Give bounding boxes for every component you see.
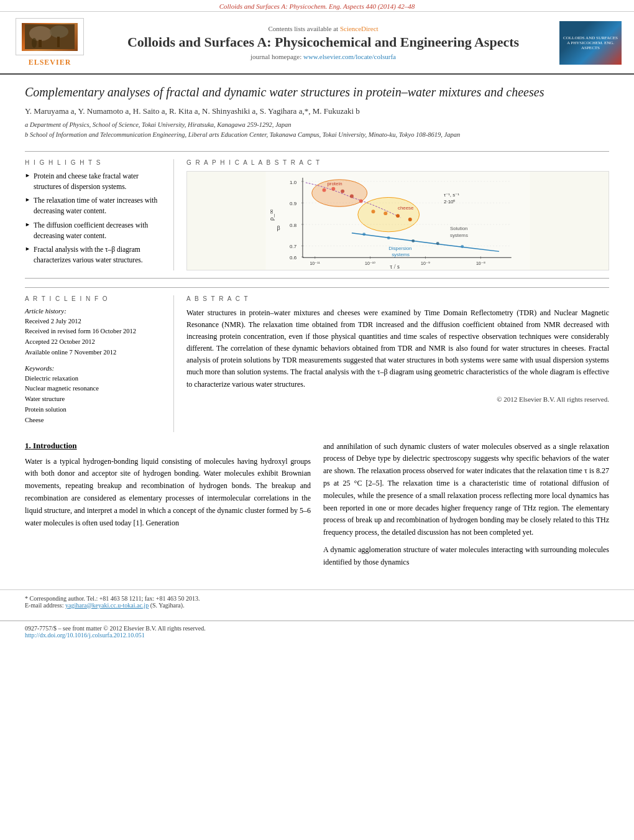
journal-citation: Colloids and Surfaces A: Physicochem. En… bbox=[219, 2, 415, 10]
journal-title-center: Contents lists available at ScienceDirec… bbox=[87, 25, 559, 60]
logo-box bbox=[16, 18, 84, 55]
abstract-text: Water structures in protein–water mixtur… bbox=[186, 307, 609, 390]
svg-text:0.8: 0.8 bbox=[290, 222, 297, 228]
article-title: Complementary analyses of fractal and dy… bbox=[25, 84, 609, 100]
keyword-4: Protein solution bbox=[25, 405, 164, 415]
svg-point-49 bbox=[372, 210, 375, 213]
svg-text:10⁻¹⁰: 10⁻¹⁰ bbox=[365, 261, 375, 265]
accepted-date: Accepted 22 October 2012 bbox=[25, 337, 164, 348]
svg-text:systems: systems bbox=[450, 232, 468, 238]
svg-text:Solution: Solution bbox=[450, 225, 468, 231]
page-footer: 0927-7757/$ – see front matter © 2012 El… bbox=[0, 621, 634, 639]
svg-point-45 bbox=[331, 187, 335, 190]
svg-point-57 bbox=[461, 245, 464, 248]
elsevier-wordmark: ELSEVIER bbox=[29, 58, 71, 67]
elsevier-tree-img bbox=[22, 23, 78, 51]
keywords-group: Keywords: Dielectric relaxation Nuclear … bbox=[25, 364, 164, 426]
svg-point-46 bbox=[341, 189, 344, 193]
journal-header: ELSEVIER Contents lists available at Sci… bbox=[0, 12, 634, 75]
affiliation-a: a Department of Physics, School of Scien… bbox=[25, 120, 609, 130]
body-right-column: and annihilation of such dynamic cluster… bbox=[323, 441, 609, 574]
intro-paragraph-2: and annihilation of such dynamic cluster… bbox=[323, 441, 609, 539]
svg-point-50 bbox=[384, 211, 387, 215]
article-history: Article history: Received 2 July 2012 Re… bbox=[25, 307, 164, 358]
body-left-column: 1. Introduction Water is a typical hydro… bbox=[25, 441, 311, 574]
article-info-column: A R T I C L E I N F O Article history: R… bbox=[25, 295, 174, 432]
affiliations: a Department of Physics, School of Scien… bbox=[25, 120, 609, 140]
svg-text:τ⁻¹, s⁻¹: τ⁻¹, s⁻¹ bbox=[444, 192, 459, 197]
journal-homepage: journal homepage: www.elsevier.com/locat… bbox=[96, 53, 550, 60]
received-date: Received 2 July 2012 bbox=[25, 316, 164, 327]
svg-rect-3 bbox=[39, 40, 42, 47]
svg-text:τ / s: τ / s bbox=[390, 263, 400, 270]
svg-text:10⁻⁹: 10⁻⁹ bbox=[421, 261, 430, 265]
svg-point-52 bbox=[408, 218, 412, 221]
highlight-item-1: Protein and cheese take fractal water st… bbox=[25, 171, 164, 193]
svg-point-47 bbox=[350, 194, 354, 198]
footnote-email-link[interactable]: yagihara@keyaki.cc.u-tokai.ac.jp bbox=[65, 602, 149, 609]
highlights-label: H I G H L I G H T S bbox=[25, 159, 164, 166]
svg-point-5 bbox=[32, 38, 37, 48]
svg-point-1 bbox=[29, 26, 52, 41]
highlights-list: Protein and cheese take fractal water st… bbox=[25, 171, 164, 266]
svg-text:0.7: 0.7 bbox=[290, 244, 296, 249]
keyword-3: Water structure bbox=[25, 394, 164, 405]
footer-doi: http://dx.doi.org/10.1016/j.colsurfa.201… bbox=[25, 632, 609, 639]
svg-text:Dispersion: Dispersion bbox=[388, 246, 411, 251]
keyword-2: Nuclear magnetic resonance bbox=[25, 384, 164, 394]
main-content: Complementary analyses of fractal and dy… bbox=[0, 75, 634, 583]
svg-text:systems: systems bbox=[392, 252, 410, 257]
keyword-1: Dielectric relaxation bbox=[25, 374, 164, 384]
copyright-line: © 2012 Elsevier B.V. All rights reserved… bbox=[186, 395, 609, 403]
graphical-abstract-label: G R A P H I C A L A B S T R A C T bbox=[186, 159, 609, 166]
svg-point-44 bbox=[323, 188, 326, 192]
svg-point-48 bbox=[359, 199, 363, 203]
footnote-email-person: (S. Yagihara). bbox=[150, 602, 185, 609]
svg-text:0.9: 0.9 bbox=[290, 201, 297, 206]
svg-text:2·10⁶: 2·10⁶ bbox=[444, 199, 455, 205]
svg-text:protein: protein bbox=[327, 180, 342, 186]
contents-available: Contents lists available at ScienceDirec… bbox=[96, 25, 550, 32]
graphical-abstract-column: G R A P H I C A L A B S T R A C T ρ_∞ β bbox=[186, 159, 609, 270]
svg-text:0.6: 0.6 bbox=[290, 255, 297, 261]
highlight-item-4: Fractal analysis with the τ–β diagram ch… bbox=[25, 244, 164, 266]
svg-rect-4 bbox=[57, 37, 60, 47]
available-date: Available online 7 November 2012 bbox=[25, 348, 164, 358]
affiliation-b: b School of Information and Telecommunic… bbox=[25, 130, 609, 140]
highlight-item-2: The relaxation time of water increases w… bbox=[25, 195, 164, 217]
keyword-5: Cheese bbox=[25, 415, 164, 426]
elsevier-logo: ELSEVIER bbox=[12, 18, 87, 67]
abstract-label: A B S T R A C T bbox=[186, 295, 609, 302]
svg-text:β: β bbox=[277, 224, 280, 231]
svg-point-56 bbox=[436, 242, 439, 245]
keywords-label: Keywords: bbox=[25, 364, 164, 372]
highlights-graphical-section: H I G H L I G H T S Protein and cheese t… bbox=[25, 151, 609, 279]
journal-name: Colloids and Surfaces A: Physicochemical… bbox=[96, 34, 550, 50]
intro-paragraph-1: Water is a typical hydrogen-bonding liqu… bbox=[25, 456, 311, 530]
doi-link[interactable]: http://dx.doi.org/10.1016/j.colsurfa.201… bbox=[25, 632, 145, 639]
introduction-section: 1. Introduction Water is a typical hydro… bbox=[25, 441, 609, 574]
journal-cover-thumb: COLLOIDS AND SURFACES A PHYSICOCHEM. ENG… bbox=[559, 21, 622, 65]
journal-citation-bar: Colloids and Surfaces A: Physicochem. En… bbox=[0, 0, 634, 12]
graphical-abstract-image: ρ_∞ β τ / s 1.0 0.9 0.8 0.7 0.6 bbox=[186, 171, 609, 270]
revised-date: Received in revised form 16 October 2012 bbox=[25, 326, 164, 337]
svg-point-55 bbox=[411, 239, 415, 242]
svg-text:cheese: cheese bbox=[398, 205, 414, 211]
svg-point-2 bbox=[50, 25, 68, 38]
footer-issn: 0927-7757/$ – see front matter © 2012 El… bbox=[25, 625, 609, 632]
abstract-column: A B S T R A C T Water structures in prot… bbox=[186, 295, 609, 432]
introduction-heading: 1. Introduction bbox=[25, 441, 311, 451]
authors-line: Y. Maruyama a, Y. Numamoto a, H. Saito a… bbox=[25, 106, 609, 116]
sciencedirect-link[interactable]: ScienceDirect bbox=[340, 25, 379, 32]
svg-point-54 bbox=[387, 236, 390, 239]
homepage-link[interactable]: www.elsevier.com/locate/colsurfa bbox=[303, 53, 396, 60]
svg-text:1.0: 1.0 bbox=[290, 179, 297, 185]
article-info-abstract-section: A R T I C L E I N F O Article history: R… bbox=[25, 287, 609, 432]
svg-text:10⁻¹¹: 10⁻¹¹ bbox=[310, 261, 321, 265]
article-info-label: A R T I C L E I N F O bbox=[25, 295, 164, 302]
svg-text:10⁻⁸: 10⁻⁸ bbox=[476, 261, 485, 265]
intro-paragraph-3: A dynamic agglomeration structure of wat… bbox=[323, 544, 609, 569]
footnote-email: E-mail address: yagihara@keyaki.cc.u-tok… bbox=[25, 602, 609, 609]
highlight-item-3: The diffusion coefficient decreases with… bbox=[25, 220, 164, 242]
svg-text:ρ_∞: ρ_∞ bbox=[267, 209, 275, 221]
